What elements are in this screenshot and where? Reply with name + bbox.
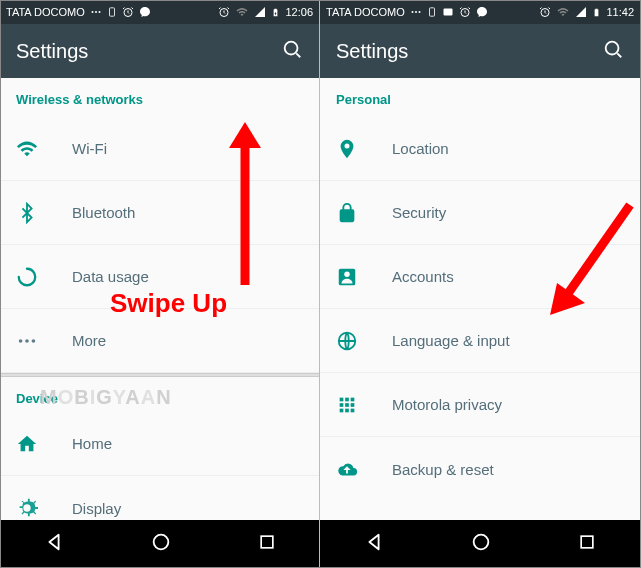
screenshot-pair: TATA DOCOMO 12:06 Settings Wireless & ne…: [0, 0, 641, 568]
alarm-icon: [459, 6, 471, 18]
alarm-icon: [218, 6, 230, 18]
svg-point-1: [95, 11, 97, 13]
status-bar: TATA DOCOMO 12:06: [0, 0, 319, 24]
row-label: Security: [392, 204, 446, 221]
svg-point-10: [153, 535, 168, 550]
battery-icon: [271, 6, 280, 19]
phone-frame-icon: [427, 6, 437, 18]
section-header-personal: Personal: [320, 78, 640, 117]
recent-button[interactable]: [577, 532, 597, 556]
wifi-icon: [556, 6, 570, 18]
search-icon[interactable]: [281, 38, 303, 64]
row-motorola-privacy[interactable]: Motorola privacy: [320, 373, 640, 437]
signal-icon: [254, 6, 266, 18]
svg-rect-27: [345, 403, 349, 407]
svg-point-2: [98, 11, 100, 13]
app-bar: Settings: [0, 24, 319, 78]
svg-rect-26: [340, 403, 344, 407]
row-label: Accounts: [392, 268, 454, 285]
row-label: Location: [392, 140, 449, 157]
clock-label: 11:42: [606, 6, 634, 18]
row-label: Wi-Fi: [72, 140, 107, 157]
svg-rect-25: [351, 397, 355, 401]
display-icon: [16, 497, 56, 519]
annotation-arrow-up: [225, 120, 265, 290]
wifi-icon: [16, 138, 56, 160]
svg-rect-16: [443, 9, 452, 16]
annotation-swipe-up-label: Swipe Up: [110, 288, 227, 319]
account-icon: [336, 266, 376, 288]
appbar-title: Settings: [16, 40, 88, 63]
svg-rect-30: [345, 408, 349, 412]
location-icon: [336, 138, 376, 160]
svg-rect-28: [351, 403, 355, 407]
bluetooth-icon: [16, 202, 56, 224]
row-label: Language & input: [392, 332, 510, 349]
row-bluetooth[interactable]: Bluetooth: [0, 181, 319, 245]
row-home[interactable]: Home: [0, 412, 319, 476]
row-label: More: [72, 332, 106, 349]
section-header-wireless: Wireless & networks: [0, 78, 319, 117]
appbar-title: Settings: [336, 40, 408, 63]
svg-point-14: [418, 11, 420, 13]
more-icon: [410, 6, 422, 18]
svg-rect-15: [429, 8, 434, 16]
battery-icon: [592, 6, 601, 19]
home-icon: [16, 433, 56, 455]
carrier-label: TATA DOCOMO: [6, 6, 85, 18]
phone-left: TATA DOCOMO 12:06 Settings Wireless & ne…: [0, 0, 320, 568]
backup-icon: [336, 458, 376, 480]
svg-rect-11: [261, 536, 273, 548]
more-icon: [90, 6, 102, 18]
privacy-icon: [336, 394, 376, 416]
row-label: Home: [72, 435, 112, 452]
recent-button[interactable]: [257, 532, 277, 556]
row-label: Backup & reset: [392, 461, 494, 478]
more-horiz-icon: [16, 330, 56, 352]
svg-point-0: [91, 11, 93, 13]
clock-label: 12:06: [285, 6, 313, 18]
row-label: Display: [72, 500, 121, 517]
section-header-device: Device: [0, 377, 319, 412]
home-button[interactable]: [150, 531, 172, 557]
lock-icon: [336, 202, 376, 224]
svg-rect-24: [345, 397, 349, 401]
wifi-icon: [235, 6, 249, 18]
annotation-arrow-diag: [545, 195, 641, 325]
svg-point-32: [474, 535, 489, 550]
back-button[interactable]: [43, 531, 65, 557]
back-button[interactable]: [363, 531, 385, 557]
svg-rect-23: [340, 397, 344, 401]
search-icon[interactable]: [602, 38, 624, 64]
row-label: Bluetooth: [72, 204, 135, 221]
svg-point-8: [25, 339, 29, 343]
svg-point-7: [19, 339, 23, 343]
svg-rect-3: [109, 8, 114, 16]
status-bar: TATA DOCOMO 11:42: [320, 0, 640, 24]
row-label: Data usage: [72, 268, 149, 285]
alarm-icon: [122, 6, 134, 18]
svg-point-19: [606, 42, 619, 55]
nav-bar: [320, 520, 640, 568]
message-icon: [442, 6, 454, 18]
svg-point-12: [411, 11, 413, 13]
row-location[interactable]: Location: [320, 117, 640, 181]
svg-point-9: [32, 339, 36, 343]
svg-point-21: [344, 271, 350, 277]
svg-rect-29: [340, 408, 344, 412]
messenger-icon: [139, 6, 151, 18]
svg-point-13: [415, 11, 417, 13]
messenger-icon: [476, 6, 488, 18]
row-label: Motorola privacy: [392, 396, 502, 413]
phone-frame-icon: [107, 6, 117, 18]
home-button[interactable]: [470, 531, 492, 557]
row-wifi[interactable]: Wi-Fi: [0, 117, 319, 181]
app-bar: Settings: [320, 24, 640, 78]
svg-rect-33: [581, 536, 593, 548]
nav-bar: [0, 520, 319, 568]
data-usage-icon: [16, 266, 56, 288]
svg-line-35: [567, 205, 630, 295]
svg-rect-31: [351, 408, 355, 412]
row-backup-reset[interactable]: Backup & reset: [320, 437, 640, 501]
globe-icon: [336, 330, 376, 352]
